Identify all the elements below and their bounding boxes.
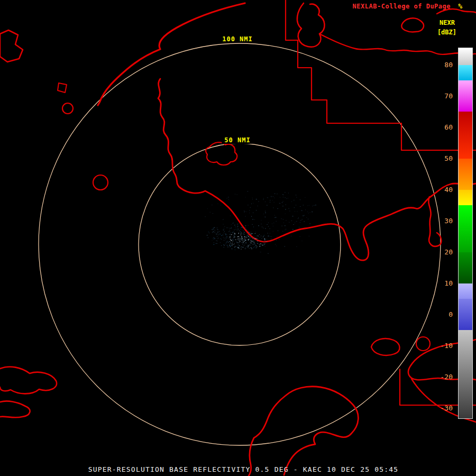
radar-echo-pixel bbox=[264, 235, 264, 235]
radar-echo-pixel bbox=[307, 205, 308, 206]
radar-echo-pixel bbox=[258, 236, 259, 236]
radar-echo-pixel bbox=[212, 213, 213, 214]
radar-echo-pixel bbox=[235, 194, 235, 195]
radar-echo-pixel bbox=[227, 198, 227, 198]
colorbar-tick--20: -20 bbox=[441, 372, 453, 380]
radar-echo-pixel bbox=[221, 239, 221, 239]
radar-echo-pixel bbox=[285, 214, 286, 214]
radar-echo-pixel bbox=[264, 244, 265, 244]
radar-echo-pixel bbox=[308, 213, 309, 214]
radar-echo-pixel bbox=[237, 246, 237, 246]
radar-echo-pixel bbox=[227, 242, 228, 242]
radar-echo-pixel bbox=[237, 227, 237, 227]
radar-echo-pixel bbox=[240, 240, 240, 241]
radar-echo-pixel bbox=[248, 235, 249, 235]
radar-echo-pixel bbox=[254, 246, 255, 247]
radar-echo-pixel bbox=[289, 222, 289, 223]
radar-echo-pixel bbox=[263, 237, 263, 237]
radar-echo-pixel bbox=[228, 197, 229, 197]
radar-echo-pixel bbox=[244, 237, 245, 237]
radar-echo-pixel bbox=[243, 231, 244, 231]
range-ring-label: 50 NMI bbox=[222, 136, 253, 144]
radar-echo-pixel bbox=[223, 219, 223, 220]
radar-echo-pixel bbox=[227, 246, 228, 247]
radar-echo-pixel bbox=[246, 237, 246, 238]
radar-echo-pixel bbox=[262, 227, 262, 227]
radar-echo-pixel bbox=[266, 241, 267, 242]
radar-echo-pixel bbox=[231, 228, 232, 228]
radar-echo-pixel bbox=[262, 244, 262, 245]
radar-echo-pixel bbox=[255, 232, 256, 232]
radar-echo-pixel bbox=[304, 215, 305, 216]
radar-echo-pixel bbox=[230, 230, 230, 230]
radar-echo-pixel bbox=[250, 207, 251, 208]
radar-echo-pixel bbox=[250, 243, 251, 244]
radar-echo-pixel bbox=[232, 245, 233, 246]
radar-echo-pixel bbox=[254, 237, 255, 237]
radar-echo-pixel bbox=[300, 236, 300, 237]
radar-echo-pixel bbox=[288, 198, 288, 198]
radar-echo-pixel bbox=[237, 231, 237, 231]
radar-echo-pixel bbox=[251, 243, 252, 244]
radar-echo-pixel bbox=[263, 245, 263, 245]
radar-echo-pixel bbox=[256, 238, 257, 239]
radar-echo-pixel bbox=[273, 231, 273, 232]
radar-echo-pixel bbox=[246, 246, 247, 247]
radar-echo-pixel bbox=[242, 227, 242, 227]
radar-echo-pixel bbox=[260, 240, 261, 241]
radar-echo-pixel bbox=[214, 239, 215, 239]
radar-echo-pixel bbox=[233, 234, 233, 234]
radar-echo-pixel bbox=[234, 244, 234, 244]
radar-echo-pixel bbox=[248, 240, 249, 241]
radar-echo-pixel bbox=[250, 245, 250, 245]
radar-echo-pixel bbox=[237, 194, 237, 195]
radar-echo-pixel bbox=[249, 232, 249, 233]
radar-echo-pixel bbox=[244, 245, 244, 245]
radar-echo-pixel bbox=[243, 234, 243, 234]
radar-echo-pixel bbox=[234, 233, 235, 234]
radar-echo-pixel bbox=[244, 232, 245, 233]
radar-echo-pixel bbox=[269, 236, 269, 236]
colorbar-segment bbox=[459, 299, 472, 330]
radar-echo-pixel bbox=[217, 236, 217, 237]
radar-echo-pixel bbox=[263, 214, 264, 214]
radar-echo-pixel bbox=[285, 246, 285, 247]
radar-echo-pixel bbox=[276, 240, 277, 241]
radar-echo-pixel bbox=[260, 243, 261, 244]
colorbar-segment bbox=[459, 283, 472, 299]
radar-echo-pixel bbox=[224, 231, 225, 232]
radar-echo-pixel bbox=[254, 243, 254, 243]
radar-echo-pixel bbox=[228, 242, 228, 243]
radar-echo-pixel bbox=[296, 221, 297, 222]
radar-echo-pixel bbox=[288, 208, 289, 209]
radar-echo-pixel bbox=[214, 242, 214, 243]
radar-echo-pixel bbox=[230, 236, 231, 236]
radar-echo-pixel bbox=[261, 238, 262, 239]
radar-echo-pixel bbox=[248, 239, 249, 240]
map-outline bbox=[158, 79, 476, 260]
radar-echo-pixel bbox=[257, 240, 258, 240]
radar-echo-pixel bbox=[240, 238, 240, 239]
radar-echo-pixel bbox=[230, 246, 231, 247]
map-outline bbox=[206, 142, 237, 165]
radar-echo-pixel bbox=[251, 249, 252, 249]
radar-echo-pixel bbox=[252, 219, 253, 219]
radar-echo-pixel bbox=[261, 224, 262, 224]
radar-echo-pixel bbox=[286, 198, 287, 199]
status-bar: SUPER-RESOLUTION BASE REFLECTIVITY 0.5 D… bbox=[88, 465, 399, 473]
radar-echo-pixel bbox=[250, 248, 251, 248]
map-outline bbox=[58, 83, 67, 93]
radar-echo-pixel bbox=[258, 206, 258, 206]
radar-echo-pixel bbox=[251, 241, 252, 241]
colorbar-tick-40: 40 bbox=[444, 185, 453, 193]
radar-echo-pixel bbox=[215, 230, 215, 231]
radar-echo-pixel bbox=[228, 231, 230, 232]
radar-echo-pixel bbox=[265, 211, 266, 212]
radar-echo-pixel bbox=[242, 238, 243, 239]
radar-echo-pixel bbox=[257, 246, 258, 247]
radar-echo-pixel bbox=[304, 221, 305, 222]
radar-echo-pixel bbox=[224, 228, 224, 228]
radar-echo-pixel bbox=[221, 239, 222, 240]
radar-echo-pixel bbox=[245, 242, 246, 243]
radar-echo-pixel bbox=[268, 236, 269, 236]
